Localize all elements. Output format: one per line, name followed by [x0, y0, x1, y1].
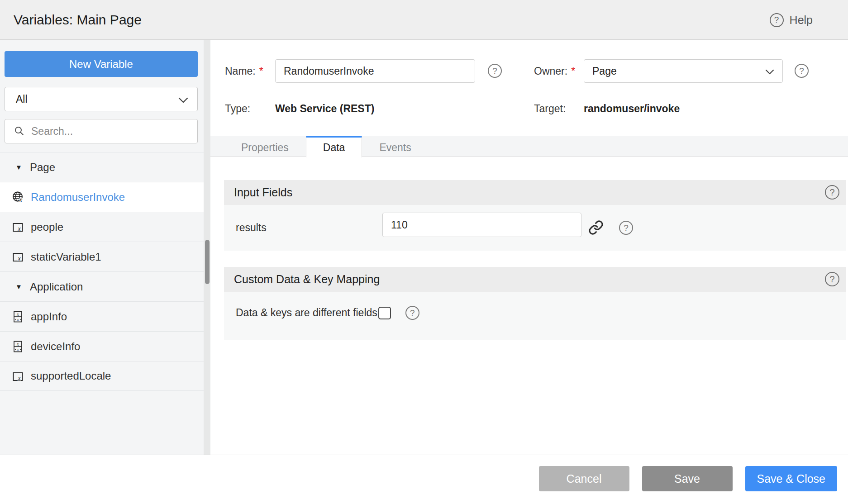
different-fields-checkbox[interactable] — [378, 307, 391, 319]
model-variable-icon: x x — [12, 340, 24, 353]
name-label: Name:* — [225, 59, 263, 83]
sidebar-item-staticvariable1[interactable]: x staticVariable1 — [0, 242, 204, 271]
caret-down-icon: ▼ — [15, 163, 26, 171]
svg-text:x: x — [16, 312, 19, 317]
help-label: Help — [790, 14, 813, 27]
required-asterisk: * — [259, 65, 263, 77]
sidebar-group-page[interactable]: ▼ Page — [0, 152, 204, 182]
variable-search — [5, 119, 198, 143]
sidebar-item-deviceinfo[interactable]: x x deviceInfo — [0, 331, 204, 361]
name-help-icon[interactable]: ? — [488, 64, 502, 78]
section-title: Custom Data & Key Mapping — [234, 267, 380, 292]
svg-text:x: x — [17, 255, 21, 262]
target-label: Target: — [534, 102, 566, 115]
variables-sidebar: New Variable All ▼ Page — [0, 40, 210, 455]
cancel-button[interactable]: Cancel — [539, 466, 629, 491]
new-variable-button[interactable]: New Variable — [5, 51, 198, 77]
tab-properties[interactable]: Properties — [224, 136, 306, 157]
chevron-down-icon — [178, 97, 188, 103]
different-fields-row: Data & keys are different fields ? — [236, 306, 419, 320]
dialog-footer: Cancel Save Save & Close — [0, 455, 848, 504]
sidebar-item-supportedlocale[interactable]: x supportedLocale — [0, 361, 204, 391]
sidebar-group-application[interactable]: ▼ Application — [0, 271, 204, 301]
variable-detail-panel: Name:* ? Owner:* Page ? Type: Web Servic… — [210, 40, 848, 455]
page-title: Variables: Main Page — [14, 0, 142, 40]
svg-text:x: x — [17, 375, 21, 381]
different-fields-label: Data & keys are different fields — [236, 307, 377, 319]
dialog-header: Variables: Main Page ? Help — [0, 0, 848, 40]
help-button[interactable]: ? Help — [770, 0, 813, 40]
static-variable-icon: x — [12, 221, 24, 233]
help-icon: ? — [770, 13, 784, 27]
owner-help-icon[interactable]: ? — [795, 64, 809, 78]
input-fields-section: Input Fields ? results ? — [224, 180, 846, 251]
custom-data-section: Custom Data & Key Mapping ? Data & keys … — [224, 267, 846, 340]
save-and-close-button[interactable]: Save & Close — [745, 466, 837, 491]
web-service-variable-icon: x — [12, 191, 24, 204]
variable-filter-select[interactable]: All — [5, 87, 198, 111]
svg-text:x: x — [16, 342, 19, 347]
sidebar-item-appinfo[interactable]: x x appInfo — [0, 301, 204, 331]
filter-selected-value: All — [16, 93, 28, 105]
model-variable-icon: x x — [12, 310, 24, 323]
custom-data-header: Custom Data & Key Mapping ? — [224, 267, 846, 292]
search-input[interactable] — [31, 125, 190, 138]
save-button[interactable]: Save — [642, 466, 733, 491]
type-label: Type: — [225, 102, 250, 115]
custom-data-body: Data & keys are different fields ? — [224, 292, 846, 340]
sidebar-scrollbar-thumb[interactable] — [205, 240, 210, 284]
svg-text:x: x — [17, 347, 19, 352]
tab-events[interactable]: Events — [362, 136, 428, 157]
section-help-icon[interactable]: ? — [825, 185, 839, 200]
results-input[interactable] — [382, 213, 581, 237]
svg-text:x: x — [17, 225, 21, 232]
static-variable-icon: x — [12, 251, 24, 263]
tab-data[interactable]: Data — [306, 136, 362, 157]
sidebar-scrollbar-track[interactable] — [204, 40, 210, 455]
checkbox-help-icon[interactable]: ? — [405, 306, 419, 320]
results-help-icon[interactable]: ? — [619, 221, 633, 235]
owner-select[interactable]: Page — [584, 59, 783, 83]
detail-tabbar: Properties Data Events — [210, 136, 848, 157]
name-input[interactable] — [275, 59, 475, 83]
input-fields-body: results ? — [224, 205, 846, 251]
section-title: Input Fields — [234, 180, 292, 205]
input-fields-header: Input Fields ? — [224, 180, 846, 205]
search-icon — [14, 126, 25, 137]
sidebar-item-randomuserinvoke[interactable]: x RandomuserInvoke — [0, 182, 204, 212]
dialog-body: New Variable All ▼ Page — [0, 40, 848, 455]
svg-text:x: x — [19, 197, 23, 204]
chevron-down-icon — [765, 69, 774, 75]
owner-selected-value: Page — [592, 65, 617, 77]
required-asterisk: * — [571, 65, 575, 77]
variable-list: ▼ Page x RandomuserInvoke — [0, 152, 204, 391]
target-value: randomuser/invoke — [584, 102, 680, 115]
owner-label: Owner:* — [534, 59, 575, 83]
results-field-label: results — [236, 205, 267, 251]
svg-text:x: x — [17, 318, 19, 322]
static-variable-icon: x — [12, 370, 24, 383]
type-value: Web Service (REST) — [275, 102, 374, 115]
bind-link-icon[interactable] — [588, 220, 604, 235]
section-help-icon[interactable]: ? — [825, 272, 839, 286]
sidebar-item-people[interactable]: x people — [0, 212, 204, 242]
caret-down-icon: ▼ — [15, 283, 26, 290]
